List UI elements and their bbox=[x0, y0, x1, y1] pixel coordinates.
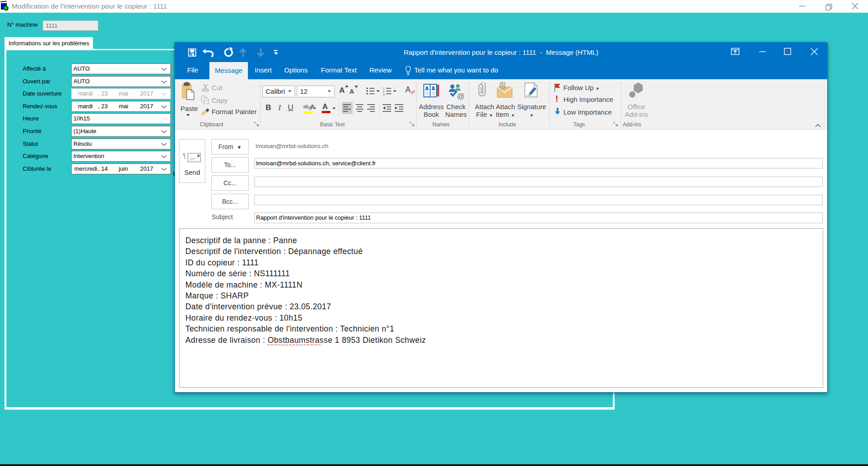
svg-text:@: @ bbox=[457, 92, 465, 101]
svg-text:1: 1 bbox=[383, 87, 385, 90]
svg-text:3: 3 bbox=[383, 93, 385, 96]
svg-text:ab: ab bbox=[303, 104, 309, 109]
svg-text:2: 2 bbox=[383, 90, 385, 93]
